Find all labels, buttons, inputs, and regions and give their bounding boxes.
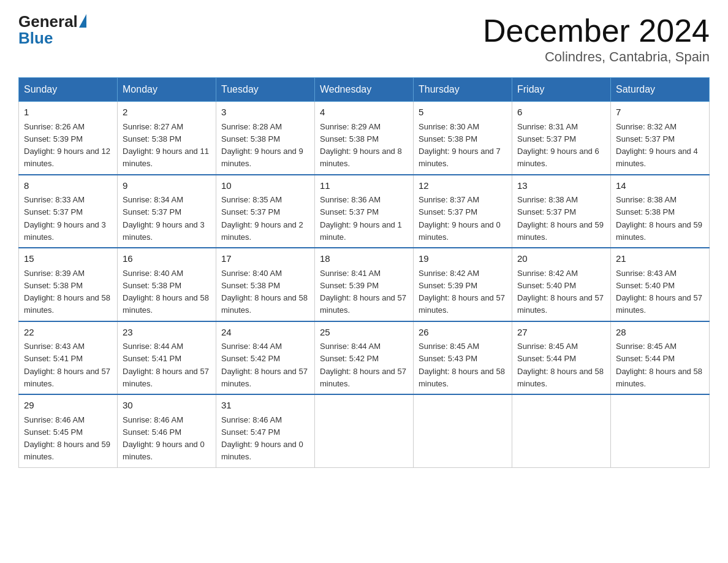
day-of-week-wednesday: Wednesday	[315, 78, 414, 102]
day-sunrise: Sunrise: 8:36 AM	[320, 195, 381, 204]
day-sunrise: Sunrise: 8:46 AM	[24, 415, 85, 424]
day-sunset: Sunset: 5:37 PM	[320, 207, 379, 216]
day-number: 28	[616, 326, 704, 340]
calendar-header: SundayMondayTuesdayWednesdayThursdayFrid…	[19, 78, 710, 102]
day-sunrise: Sunrise: 8:46 AM	[221, 415, 282, 424]
day-number: 29	[24, 399, 112, 413]
day-number: 3	[221, 105, 309, 120]
day-sunrise: Sunrise: 8:30 AM	[419, 122, 479, 131]
day-sunrise: Sunrise: 8:34 AM	[123, 195, 183, 204]
day-number: 4	[320, 105, 408, 120]
day-sunrise: Sunrise: 8:32 AM	[616, 122, 677, 131]
day-of-week-friday: Friday	[512, 78, 611, 102]
day-number: 5	[419, 105, 507, 120]
calendar-title: December 2024	[483, 12, 710, 49]
day-sunset: Sunset: 5:38 PM	[320, 134, 379, 144]
calendar-week-row: 15 Sunrise: 8:39 AM Sunset: 5:38 PM Dayl…	[19, 248, 710, 321]
day-daylight: Daylight: 8 hours and 57 minutes.	[320, 367, 406, 388]
calendar-day-cell: 5 Sunrise: 8:30 AM Sunset: 5:38 PM Dayli…	[414, 102, 512, 175]
calendar-day-cell: 3 Sunrise: 8:28 AM Sunset: 5:38 PM Dayli…	[216, 102, 315, 175]
day-number: 20	[517, 252, 605, 266]
day-daylight: Daylight: 9 hours and 11 minutes.	[123, 147, 209, 168]
day-number: 6	[517, 105, 605, 120]
day-number: 30	[123, 399, 211, 413]
calendar-day-cell: 9 Sunrise: 8:34 AM Sunset: 5:37 PM Dayli…	[118, 175, 216, 248]
day-daylight: Daylight: 8 hours and 57 minutes.	[123, 367, 209, 388]
calendar-day-cell: 21 Sunrise: 8:43 AM Sunset: 5:40 PM Dayl…	[611, 248, 710, 321]
calendar-table: SundayMondayTuesdayWednesdayThursdayFrid…	[18, 77, 710, 468]
calendar-day-cell: 17 Sunrise: 8:40 AM Sunset: 5:38 PM Dayl…	[216, 248, 315, 321]
day-sunset: Sunset: 5:46 PM	[123, 427, 181, 437]
calendar-day-cell: 10 Sunrise: 8:35 AM Sunset: 5:37 PM Dayl…	[216, 175, 315, 248]
day-daylight: Daylight: 8 hours and 57 minutes.	[517, 293, 604, 315]
day-daylight: Daylight: 8 hours and 58 minutes.	[616, 367, 702, 388]
calendar-day-cell: 22 Sunrise: 8:43 AM Sunset: 5:41 PM Dayl…	[19, 321, 118, 395]
day-number: 24	[221, 326, 309, 340]
day-sunset: Sunset: 5:39 PM	[320, 281, 379, 290]
day-sunset: Sunset: 5:42 PM	[221, 354, 280, 363]
calendar-day-cell: 14 Sunrise: 8:38 AM Sunset: 5:38 PM Dayl…	[611, 175, 710, 248]
day-sunrise: Sunrise: 8:43 AM	[616, 269, 677, 278]
day-sunset: Sunset: 5:39 PM	[24, 134, 83, 144]
day-sunrise: Sunrise: 8:33 AM	[24, 195, 85, 204]
day-of-week-sunday: Sunday	[19, 78, 118, 102]
day-daylight: Daylight: 9 hours and 1 minute.	[320, 220, 402, 242]
day-number: 14	[616, 179, 704, 193]
calendar-day-cell: 12 Sunrise: 8:37 AM Sunset: 5:37 PM Dayl…	[414, 175, 512, 248]
day-sunset: Sunset: 5:44 PM	[517, 354, 576, 363]
day-sunrise: Sunrise: 8:44 AM	[221, 342, 282, 351]
calendar-day-cell: 18 Sunrise: 8:41 AM Sunset: 5:39 PM Dayl…	[315, 248, 414, 321]
calendar-week-row: 22 Sunrise: 8:43 AM Sunset: 5:41 PM Dayl…	[19, 321, 710, 395]
day-number: 21	[616, 252, 704, 266]
day-sunset: Sunset: 5:38 PM	[123, 134, 181, 144]
day-sunset: Sunset: 5:37 PM	[221, 207, 280, 216]
day-sunset: Sunset: 5:41 PM	[24, 354, 83, 363]
day-sunrise: Sunrise: 8:26 AM	[24, 122, 85, 131]
calendar-day-cell	[414, 394, 512, 467]
day-number: 1	[24, 105, 112, 120]
calendar-day-cell: 20 Sunrise: 8:42 AM Sunset: 5:40 PM Dayl…	[512, 248, 611, 321]
day-daylight: Daylight: 8 hours and 59 minutes.	[616, 220, 702, 242]
calendar-day-cell: 8 Sunrise: 8:33 AM Sunset: 5:37 PM Dayli…	[19, 175, 118, 248]
day-sunset: Sunset: 5:38 PM	[221, 134, 280, 144]
calendar-day-cell: 25 Sunrise: 8:44 AM Sunset: 5:42 PM Dayl…	[315, 321, 414, 395]
calendar-day-cell: 24 Sunrise: 8:44 AM Sunset: 5:42 PM Dayl…	[216, 321, 315, 395]
logo-blue-label: Blue	[18, 29, 53, 48]
day-number: 23	[123, 326, 211, 340]
calendar-day-cell: 30 Sunrise: 8:46 AM Sunset: 5:46 PM Dayl…	[118, 394, 216, 467]
day-sunrise: Sunrise: 8:44 AM	[320, 342, 381, 351]
day-number: 9	[123, 179, 211, 193]
day-daylight: Daylight: 8 hours and 57 minutes.	[320, 293, 406, 315]
day-daylight: Daylight: 8 hours and 57 minutes.	[616, 293, 702, 315]
day-sunset: Sunset: 5:37 PM	[123, 207, 181, 216]
day-number: 31	[221, 399, 309, 413]
logo: General Blue	[18, 12, 86, 48]
day-number: 22	[24, 326, 112, 340]
day-sunrise: Sunrise: 8:37 AM	[419, 195, 479, 204]
day-sunset: Sunset: 5:45 PM	[24, 427, 83, 437]
day-sunset: Sunset: 5:43 PM	[419, 354, 477, 363]
calendar-day-cell: 27 Sunrise: 8:45 AM Sunset: 5:44 PM Dayl…	[512, 321, 611, 395]
calendar-day-cell: 4 Sunrise: 8:29 AM Sunset: 5:38 PM Dayli…	[315, 102, 414, 175]
day-sunrise: Sunrise: 8:35 AM	[221, 195, 282, 204]
day-sunset: Sunset: 5:38 PM	[123, 281, 181, 290]
day-sunset: Sunset: 5:40 PM	[616, 281, 675, 290]
page-header: General Blue December 2024 Colindres, Ca…	[18, 12, 710, 65]
day-daylight: Daylight: 8 hours and 59 minutes.	[517, 220, 604, 242]
day-number: 27	[517, 326, 605, 340]
day-sunrise: Sunrise: 8:38 AM	[616, 195, 677, 204]
day-sunrise: Sunrise: 8:31 AM	[517, 122, 578, 131]
day-sunset: Sunset: 5:41 PM	[123, 354, 181, 363]
day-sunrise: Sunrise: 8:29 AM	[320, 122, 381, 131]
day-daylight: Daylight: 9 hours and 6 minutes.	[517, 147, 599, 168]
day-sunrise: Sunrise: 8:42 AM	[517, 269, 578, 278]
day-number: 8	[24, 179, 112, 193]
day-sunset: Sunset: 5:38 PM	[616, 207, 675, 216]
day-sunset: Sunset: 5:38 PM	[221, 281, 280, 290]
day-header-row: SundayMondayTuesdayWednesdayThursdayFrid…	[19, 78, 710, 102]
day-sunset: Sunset: 5:37 PM	[419, 207, 477, 216]
calendar-day-cell: 16 Sunrise: 8:40 AM Sunset: 5:38 PM Dayl…	[118, 248, 216, 321]
day-of-week-thursday: Thursday	[414, 78, 512, 102]
day-number: 11	[320, 179, 408, 193]
calendar-subtitle: Colindres, Cantabria, Spain	[483, 49, 710, 65]
